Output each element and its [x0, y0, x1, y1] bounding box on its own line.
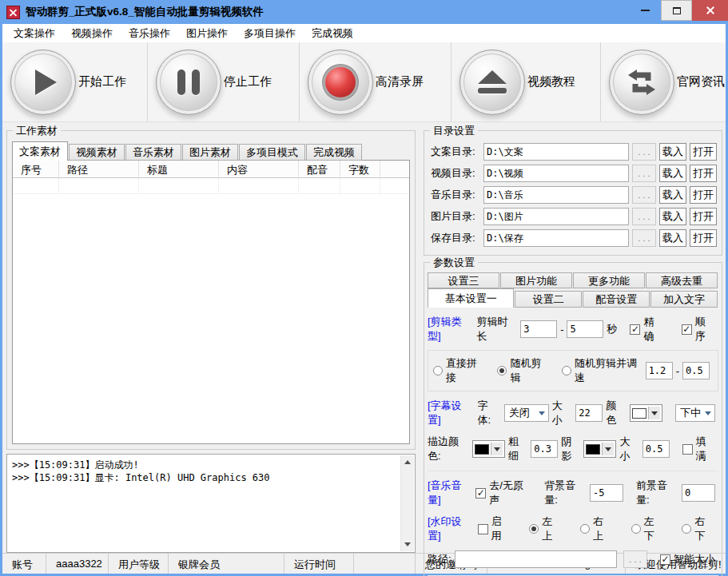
- watermark-path-input[interactable]: [455, 550, 617, 568]
- radio-top-left[interactable]: [529, 524, 539, 534]
- radio-bottom-left[interactable]: [631, 524, 641, 534]
- log-line: >>>【15:09:31】启动成功!: [12, 459, 397, 471]
- video-dir-load-button[interactable]: 载入: [659, 165, 686, 182]
- outline-weight-label: 粗细: [508, 435, 527, 463]
- menu-item-video[interactable]: 视频操作: [63, 25, 121, 42]
- col-index[interactable]: 序号: [13, 161, 59, 178]
- col-dubbing[interactable]: 配音: [299, 161, 340, 178]
- menu-item-finished[interactable]: 完成视频: [304, 25, 361, 42]
- tab-dubbing-settings[interactable]: 配音设置: [583, 291, 650, 308]
- tab-add-text[interactable]: 加入文字: [650, 291, 718, 308]
- radio-bottom-right[interactable]: [682, 524, 691, 534]
- clip-max-input[interactable]: [567, 320, 603, 338]
- music-dir-input[interactable]: [483, 186, 629, 204]
- tab-multiproject-mode[interactable]: 多项目模式: [239, 144, 305, 161]
- speed-from-input[interactable]: [646, 362, 673, 379]
- chevron-down-icon: [539, 411, 545, 415]
- video-dir-input[interactable]: [483, 165, 629, 182]
- window-body: 文案操作 视频操作 音乐操作 图片操作 多项目操作 完成视频 开始工作 停止工作…: [2, 24, 726, 574]
- doc-dir-open-button[interactable]: 打开: [690, 143, 717, 161]
- music-dir-browse-button[interactable]: . . .: [632, 186, 656, 204]
- music-dir-load-button[interactable]: 载入: [659, 186, 686, 204]
- radio-random-clip-speed[interactable]: [562, 366, 571, 375]
- menu-item-copywriting[interactable]: 文案操作: [6, 25, 63, 42]
- save-dir-load-button[interactable]: 载入: [659, 229, 686, 247]
- menu-bar: 文案操作 视频操作 音乐操作 图片操作 多项目操作 完成视频: [2, 24, 726, 42]
- scroll-up-icon[interactable]: [401, 455, 415, 469]
- menu-item-image[interactable]: 图片操作: [178, 25, 236, 42]
- image-dir-browse-button[interactable]: . . .: [632, 208, 656, 225]
- image-dir-load-button[interactable]: 载入: [659, 208, 686, 225]
- radio-random-clip[interactable]: [497, 366, 507, 375]
- chevron-down-icon: [705, 411, 711, 415]
- fg-volume-input[interactable]: [682, 484, 715, 502]
- video-tutorial-button[interactable]: [459, 50, 525, 115]
- col-content[interactable]: 内容: [219, 161, 299, 178]
- main-content: 工作素材 文案素材 视频素材 音乐素材 图片素材 多项目模式 完成视频 序号 路…: [2, 122, 726, 553]
- watermark-browse-button[interactable]: . . .: [623, 550, 647, 568]
- tab-copywriting-material[interactable]: 文案素材: [12, 141, 68, 161]
- save-dir-input[interactable]: [483, 229, 629, 247]
- video-dir-browse-button[interactable]: . . .: [632, 165, 656, 182]
- image-dir-input[interactable]: [483, 208, 629, 225]
- tab-settings-three[interactable]: 设置三: [428, 272, 499, 288]
- minimize-button[interactable]: [630, 0, 661, 21]
- shadow-size-label: 大小: [619, 435, 638, 463]
- order-label: 顺序: [695, 315, 715, 344]
- tab-music-material[interactable]: 音乐素材: [125, 144, 181, 161]
- subtitle-color-select[interactable]: [630, 404, 662, 422]
- close-button[interactable]: [692, 0, 728, 21]
- menu-item-multiproject[interactable]: 多项目操作: [236, 25, 304, 42]
- bg-volume-input[interactable]: [590, 484, 623, 502]
- mute-checkbox[interactable]: [475, 488, 486, 499]
- save-dir-open-button[interactable]: 打开: [690, 229, 717, 247]
- clip-min-input[interactable]: [520, 320, 557, 338]
- close-icon: [706, 6, 715, 15]
- video-dir-open-button[interactable]: 打开: [690, 165, 717, 182]
- image-dir-open-button[interactable]: 打开: [690, 208, 717, 225]
- outline-weight-input[interactable]: [531, 440, 558, 458]
- log-scrollbar[interactable]: [400, 455, 414, 551]
- maximize-button[interactable]: [661, 0, 692, 21]
- watermark-enable-checkbox[interactable]: [478, 524, 488, 534]
- scroll-down-icon[interactable]: [401, 538, 415, 551]
- subtitle-size-input[interactable]: [575, 404, 603, 422]
- stop-work-button[interactable]: [156, 50, 221, 115]
- tab-video-material[interactable]: 视频素材: [69, 144, 125, 161]
- hd-record-button[interactable]: [308, 50, 373, 115]
- shadow-size-input[interactable]: [642, 440, 670, 458]
- radio-direct-splice[interactable]: [433, 366, 443, 375]
- order-checkbox[interactable]: [682, 324, 692, 335]
- speed-to-input[interactable]: [682, 362, 710, 379]
- subtitle-font-select[interactable]: 关闭: [504, 404, 549, 422]
- tab-image-material[interactable]: 图片素材: [182, 144, 238, 161]
- tab-finished-video[interactable]: 完成视频: [306, 144, 362, 161]
- left-column: 工作素材 文案素材 视频素材 音乐素材 图片素材 多项目模式 完成视频 序号 路…: [6, 127, 416, 553]
- music-dir-open-button[interactable]: 打开: [690, 186, 717, 204]
- tab-more-functions[interactable]: 更多功能: [573, 272, 645, 288]
- doc-dir-input[interactable]: [483, 143, 629, 161]
- col-title[interactable]: 标题: [139, 161, 219, 178]
- tab-image-functions[interactable]: 图片功能: [500, 272, 572, 288]
- col-wordcount[interactable]: 字数: [340, 161, 380, 178]
- shadow-color-select[interactable]: [583, 440, 616, 458]
- radio-top-right[interactable]: [580, 524, 590, 534]
- official-news-button[interactable]: [609, 50, 674, 115]
- menu-item-music[interactable]: 音乐操作: [121, 25, 178, 42]
- doc-dir-load-button[interactable]: 载入: [659, 143, 686, 161]
- fill-checkbox[interactable]: [682, 444, 693, 455]
- tab-advanced-dedup[interactable]: 高级去重: [646, 272, 718, 288]
- tab-settings-two[interactable]: 设置二: [515, 291, 582, 308]
- outline-color-label: 描边颜色:: [428, 435, 469, 463]
- col-path[interactable]: 路径: [59, 161, 139, 178]
- param-tabs-row1: 设置三 图片功能 更多功能 高级去重: [428, 272, 718, 288]
- subtitle-position-select[interactable]: 下中: [675, 404, 715, 422]
- start-work-button[interactable]: [10, 50, 76, 115]
- save-dir-browse-button[interactable]: . . .: [632, 229, 656, 247]
- outline-color-select[interactable]: [472, 440, 505, 458]
- accurate-checkbox[interactable]: [630, 324, 640, 335]
- smart-size-checkbox[interactable]: [660, 554, 670, 565]
- subtitle-size-label: 大小: [552, 399, 573, 427]
- tab-basic-settings-one[interactable]: 基本设置一: [428, 288, 514, 308]
- doc-dir-browse-button[interactable]: . . .: [632, 143, 656, 161]
